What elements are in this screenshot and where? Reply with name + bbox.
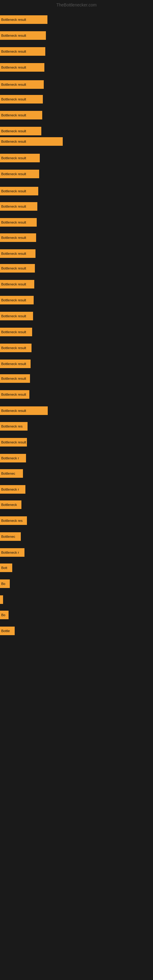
bottleneck-bar: Bottleneck result <box>0 47 45 56</box>
bottleneck-bar: Bottleneck result <box>0 202 37 211</box>
bottleneck-bar: Bottleneck result <box>0 95 43 103</box>
bottleneck-bar: Bott <box>0 563 12 572</box>
bar-row: Bottleneck result <box>0 111 42 119</box>
bottleneck-bar: Bottleneck result <box>0 328 32 336</box>
bar-row: Bottleneck r <box>0 548 24 557</box>
bottleneck-bar <box>0 595 3 604</box>
bar-row: Bo <box>0 579 10 588</box>
bar-row: Bottleneck result <box>0 95 43 103</box>
bar-row: Bottleneck result <box>0 187 38 196</box>
bottleneck-bar: Bottleneck result <box>0 111 42 119</box>
bar-row: Bottleneck result <box>0 312 33 320</box>
bar-row: Bottleneck result <box>0 360 30 368</box>
bar-row: Bottleneck result <box>0 344 32 352</box>
bar-row: Bottleneck result <box>0 127 41 135</box>
bottleneck-bar: Bottleneck result <box>0 187 38 196</box>
bottleneck-bar: Bottleneck result <box>0 31 46 40</box>
bottleneck-bar: Bottleneck result <box>0 170 39 178</box>
bottleneck-bar: Bottleneck result <box>0 296 33 304</box>
bottleneck-bar: Bottleneck r <box>0 548 24 557</box>
bar-row: Bo <box>0 611 9 619</box>
bottleneck-bar: Bottleneck result <box>0 137 63 146</box>
bottleneck-bar: Bottleneck result <box>0 127 41 135</box>
bar-row: Bottleneck result <box>0 296 33 304</box>
bar-row: Bottleneck result <box>0 233 36 242</box>
bottleneck-bar: Bottleneck r <box>0 454 26 463</box>
bar-row: Bottleneck result <box>0 328 32 336</box>
bottleneck-bar: Bo <box>0 579 10 588</box>
bar-row: Bottleneck result <box>0 80 44 89</box>
bar-row: Bottleneck result <box>0 170 39 178</box>
bar-row: Bottleneck result <box>0 280 34 288</box>
bottleneck-bar: Bottleneck res <box>0 516 27 525</box>
bottleneck-bar: Bottleneck result <box>0 249 35 258</box>
bottleneck-bar: Bottleneck result <box>0 218 37 227</box>
bottleneck-bar: Bottleneck result <box>0 233 36 242</box>
bar-row: Bottlenec <box>0 532 21 541</box>
bottleneck-bar: Bottleneck result <box>0 264 35 272</box>
bottleneck-bar: Bottleneck result <box>0 360 30 368</box>
bottleneck-bar: Bottleneck result <box>0 312 33 320</box>
bar-row: Bottleneck <box>0 500 21 509</box>
bottleneck-bar: Bottleneck <box>0 500 21 509</box>
bottleneck-bar: Bottleneck result <box>0 80 44 89</box>
site-header: TheBottlenecker.com <box>0 0 153 10</box>
bar-row: Bottleneck result <box>0 218 37 227</box>
bar-row: Bottleneck result <box>0 15 48 24</box>
bar-row: Bottleneck result <box>0 390 29 399</box>
bar-row: Bottleneck res <box>0 516 27 525</box>
bottleneck-bar: Bottleneck result <box>0 406 48 415</box>
bottleneck-bar: Bottleneck result <box>0 374 30 383</box>
bottleneck-bar: Bottleneck result <box>0 63 45 72</box>
bottleneck-bar: Bottlenec <box>0 532 21 541</box>
bar-row: Bottle <box>0 627 15 635</box>
bottleneck-bar: Bo <box>0 611 9 619</box>
bar-row: Bottleneck result <box>0 137 63 146</box>
bar-row: Bottleneck r <box>0 485 26 494</box>
bottleneck-bar: Bottleneck result <box>0 390 29 399</box>
bar-row: Bottleneck result <box>0 31 46 40</box>
bar-row: Bottleneck res <box>0 422 27 431</box>
bottleneck-bar: Bottle <box>0 627 15 635</box>
bar-row: Bott <box>0 563 12 572</box>
bar-row: Bottleneck result <box>0 374 30 383</box>
bottleneck-bar: Bottleneck result <box>0 280 34 288</box>
bar-row: Bottleneck result <box>0 249 35 258</box>
bottleneck-bar: Bottleneck result <box>0 15 48 24</box>
site-title: TheBottlenecker.com <box>56 2 97 7</box>
bar-row: Bottleneck result <box>0 438 27 447</box>
bar-row: Bottlenec <box>0 469 23 478</box>
bar-row: Bottleneck result <box>0 47 45 56</box>
bar-row: Bottleneck result <box>0 154 40 162</box>
bar-row: Bottleneck result <box>0 406 48 415</box>
bar-row: Bottleneck r <box>0 454 26 463</box>
bar-row: Bottleneck result <box>0 63 45 72</box>
chart-area: Bottleneck resultBottleneck resultBottle… <box>0 10 153 975</box>
bottleneck-bar: Bottlenec <box>0 469 23 478</box>
bar-row: Bottleneck result <box>0 202 37 211</box>
bar-row <box>0 595 3 604</box>
bottleneck-bar: Bottleneck res <box>0 422 27 431</box>
bottleneck-bar: Bottleneck result <box>0 344 32 352</box>
bottleneck-bar: Bottleneck result <box>0 154 40 162</box>
bottleneck-bar: Bottleneck r <box>0 485 26 494</box>
bar-row: Bottleneck result <box>0 264 35 272</box>
bottleneck-bar: Bottleneck result <box>0 438 27 447</box>
